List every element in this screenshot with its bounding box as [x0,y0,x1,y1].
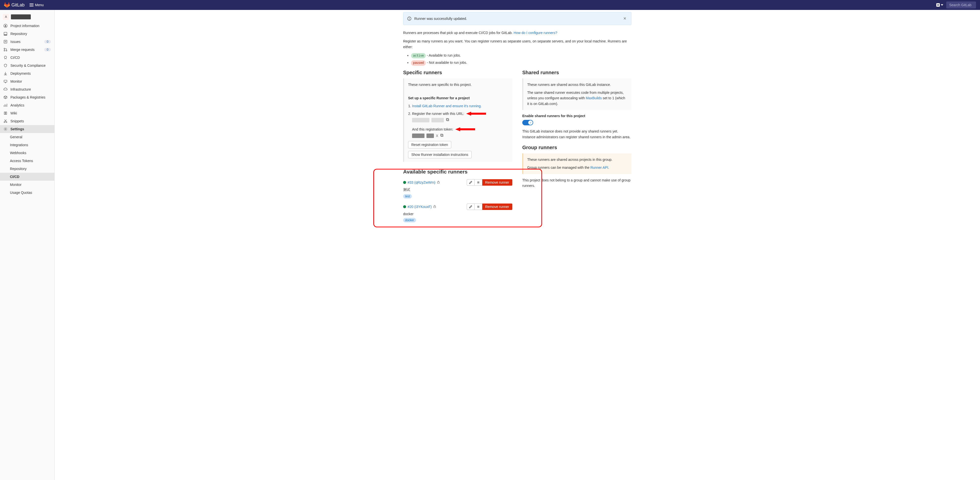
svg-point-12 [409,17,410,18]
register-url-text: Register the runner with this URL: [412,111,464,116]
edit-runner-button[interactable] [467,203,475,210]
runner-description: docker [403,212,512,216]
repo-icon [3,32,8,36]
sidebar-item-security[interactable]: Security & Compliance [0,62,54,70]
shared-panel-p2: The same shared runner executes code fro… [527,90,627,106]
sidebar-sub-usage-quotas[interactable]: Usage Quotas [0,189,54,197]
svg-rect-20 [434,206,436,208]
remove-runner-button[interactable]: Remove runner [482,203,512,210]
svg-rect-15 [447,119,449,121]
shared-runners-toggle[interactable]: ✓ [522,120,533,126]
shield-icon [3,64,8,67]
sidebar-sub-cicd[interactable]: CI/CD [0,173,54,181]
maxbuilds-link[interactable]: MaxBuilds [586,96,602,100]
wiki-icon [3,111,8,115]
no-shared-text: This GitLab instance does not provide an… [522,129,632,140]
shared-toggle-label: Enable shared runners for this project [522,114,632,118]
menu-label: Menu [35,3,44,7]
remove-runner-button[interactable]: Remove runner [482,179,512,186]
monitor-icon [3,79,8,83]
copy-url-button[interactable] [446,118,449,123]
configure-runners-link[interactable]: How do I configure runners? [514,31,557,35]
svg-rect-3 [4,40,7,43]
svg-point-8 [4,122,5,122]
available-runners-title: Available specific runners [403,169,512,175]
sidebar-sub-integrations[interactable]: Integrations [0,141,54,149]
new-dropdown[interactable] [936,3,943,7]
issues-icon [3,40,8,44]
sidebar-item-issues[interactable]: Issues0 [0,38,54,46]
svg-point-5 [4,50,5,51]
runner-link[interactable]: #33 (qRzyZwWm) [407,180,435,184]
gitlab-logo[interactable]: GitLab [4,2,25,8]
search-input[interactable]: Search GitLab [946,2,976,8]
sidebar-item-deployments[interactable]: Deployments [0,70,54,78]
sidebar-sub-repository[interactable]: Repository [0,165,54,173]
token-redacted-2 [426,134,434,138]
project-name-redacted [11,14,31,19]
brand-text: GitLab [11,3,25,8]
sidebar-sub-access-tokens[interactable]: Access Tokens [0,157,54,165]
info-icon [407,17,411,21]
merge-icon [3,48,8,52]
project-avatar: A [3,14,9,20]
pause-runner-button[interactable] [475,179,482,186]
specific-runners-title: Specific runners [403,70,512,75]
url-redacted-2 [431,118,444,122]
gear-icon [3,127,8,131]
sidebar-item-packages[interactable]: Packages & Registries [0,93,54,101]
intro-para-1: Runners are processes that pick up and e… [403,30,632,35]
group-runners-panel: These runners are shared across projects… [522,153,632,174]
sidebar-item-wiki[interactable]: Wiki [0,109,54,117]
show-instructions-button[interactable]: Show Runner installation instructions [408,151,472,158]
runner-item-1: #33 (qRzyZwWm) Remove runner 测试 test [403,179,512,199]
project-header[interactable]: A [0,12,54,22]
svg-point-10 [5,129,6,130]
sidebar-item-repository[interactable]: Repository [0,30,54,38]
package-icon [3,95,8,99]
sidebar-item-settings[interactable]: Settings [0,125,54,133]
sidebar-item-merge-requests[interactable]: Merge requests0 [0,46,54,54]
copy-token-button[interactable] [440,133,444,138]
intro-list-active: active - Available to run jobs. [411,52,632,58]
register-token-text: And this registration token: [412,127,453,132]
svg-rect-14 [446,118,448,120]
alert-close-button[interactable]: × [622,16,627,21]
specific-runners-panel: These runners are specific to this proje… [403,78,512,162]
alert-text: Runner was successfully updated. [414,17,467,21]
plus-icon [936,3,940,7]
url-redacted-1 [412,118,430,122]
setup-heading: Set up a specific Runner for a project [408,96,469,100]
install-runner-link[interactable]: Install GitLab Runner and ensure it's ru… [412,104,482,108]
runner-api-link[interactable]: Runner API [590,165,608,170]
sidebar-item-cicd[interactable]: CI/CD [0,54,54,62]
menu-button[interactable]: Menu [27,2,46,8]
svg-point-6 [6,50,7,51]
snippets-icon [3,119,8,123]
sidebar-item-snippets[interactable]: Snippets [0,117,54,125]
success-alert: Runner was successfully updated. × [403,12,632,25]
deploy-icon [3,72,8,75]
group-panel-p1: These runners are shared across projects… [527,157,627,162]
svg-rect-19 [438,182,439,183]
pause-runner-button[interactable] [475,203,482,210]
sidebar-item-monitor[interactable]: Monitor [0,78,54,85]
reset-token-button[interactable]: Reset registration token [408,141,451,148]
sidebar-sub-webhooks[interactable]: Webhooks [0,149,54,157]
group-runners-title: Group runners [522,145,632,150]
svg-rect-18 [441,135,443,137]
issues-badge: 0 [44,40,51,43]
hamburger-icon [30,3,33,6]
sidebar-item-project-info[interactable]: Project information [0,22,54,30]
sidebar-sub-general[interactable]: General [0,133,54,141]
red-arrow-annotation-2 [455,127,475,132]
edit-runner-button[interactable] [467,179,475,186]
sidebar-item-analytics[interactable]: Analytics [0,101,54,109]
merge-badge: 0 [44,48,51,51]
shared-runners-panel: These runners are shared across this Git… [522,78,632,110]
sidebar-item-infrastructure[interactable]: Infrastructure [0,85,54,93]
specific-intro: These runners are specific to this proje… [408,82,508,87]
shared-runners-title: Shared runners [522,70,632,75]
runner-link[interactable]: #20 (i3YKouxF) [407,205,432,209]
sidebar-sub-monitor[interactable]: Monitor [0,181,54,189]
